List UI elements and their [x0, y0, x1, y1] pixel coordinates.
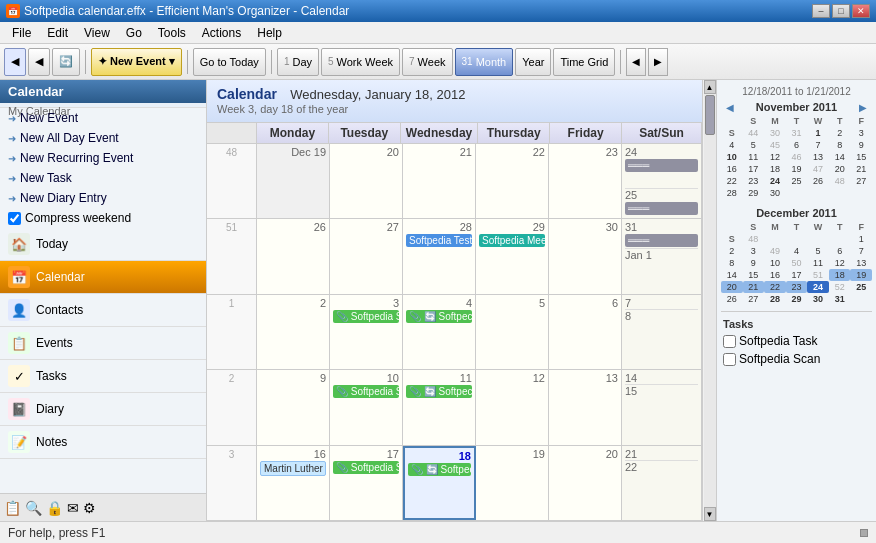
menu-actions[interactable]: Actions	[194, 24, 249, 42]
cell-jan10[interactable]: 10 📎 Softpedia S	[330, 370, 403, 444]
year-button[interactable]: Year	[515, 48, 551, 76]
event-softpedia-meet[interactable]: Softpedia Meet	[479, 234, 545, 247]
sidebar-item-new-diary[interactable]: ➜ New Diary Entry	[0, 188, 206, 208]
scroll-up[interactable]: ▲	[704, 80, 716, 94]
month-button[interactable]: 31 Month	[455, 48, 514, 76]
cell-jan4[interactable]: 4 📎 🔄 Softpec	[403, 295, 476, 369]
date-dec26: 26	[260, 221, 326, 233]
cell-dec31-jan1[interactable]: 31 ═══ Jan 1	[622, 219, 702, 293]
event-jan10[interactable]: 📎 Softpedia S	[333, 385, 399, 398]
event-dec31-1[interactable]: ═══	[625, 234, 698, 247]
sidebar-item-contacts[interactable]: 👤 Contacts	[0, 294, 206, 327]
menu-view[interactable]: View	[76, 24, 118, 42]
menu-file[interactable]: File	[4, 24, 39, 42]
cell-jan12[interactable]: 12	[476, 370, 549, 444]
event-jan17[interactable]: 📎 Softpedia S	[333, 461, 399, 474]
new-event-button[interactable]: ✦ New Event ▾	[91, 48, 182, 76]
cell-dec19[interactable]: Dec 19	[257, 144, 330, 218]
cell-jan13[interactable]: 13	[549, 370, 622, 444]
cell-jan6[interactable]: 6	[549, 295, 622, 369]
day-button[interactable]: 1 Day	[277, 48, 319, 76]
cell-dec22[interactable]: 22	[476, 144, 549, 218]
cell-jan14-15[interactable]: 14 15	[622, 370, 702, 444]
menu-help[interactable]: Help	[249, 24, 290, 42]
cell-dec30[interactable]: 30	[549, 219, 622, 293]
cell-dec21[interactable]: 21	[403, 144, 476, 218]
sidebar-item-new-recurring[interactable]: ➜ New Recurring Event	[0, 148, 206, 168]
forward-button[interactable]: ◀	[28, 48, 50, 76]
task-item-2[interactable]: Softpedia Scan	[721, 350, 872, 368]
refresh-button[interactable]: 🔄	[52, 48, 80, 76]
cell-jan21-22[interactable]: 21 22	[622, 446, 702, 520]
back-button[interactable]: ◀	[4, 48, 26, 76]
scroll-down[interactable]: ▼	[704, 507, 716, 521]
event-dec25-1[interactable]: ═══	[625, 202, 698, 215]
cell-dec27[interactable]: 27	[330, 219, 403, 293]
cell-jan17[interactable]: 17 📎 Softpedia S	[330, 446, 403, 520]
menu-go[interactable]: Go	[118, 24, 150, 42]
week-button[interactable]: 7 Week	[402, 48, 452, 76]
sidebar-tool-2[interactable]: 🔍	[25, 500, 42, 516]
cell-jan7-8[interactable]: 7 8	[622, 295, 702, 369]
sidebar-tool-3[interactable]: 🔒	[46, 500, 63, 516]
cell-jan2[interactable]: 2	[257, 295, 330, 369]
go-to-today-button[interactable]: Go to Today	[193, 48, 266, 76]
event-jan4[interactable]: 📎 🔄 Softpec	[406, 310, 472, 323]
cell-dec26[interactable]: 26	[257, 219, 330, 293]
sidebar-item-events[interactable]: 📋 Events	[0, 327, 206, 360]
sidebar-item-new-task[interactable]: ➜ New Task	[0, 168, 206, 188]
sidebar-item-new-all-day[interactable]: ➜ New All Day Event	[0, 128, 206, 148]
event-dec24-1[interactable]: ═══	[625, 159, 698, 172]
task-item-1[interactable]: Softpedia Task	[721, 332, 872, 350]
event-jan11[interactable]: 📎 🔄 Softpec	[406, 385, 472, 398]
sidebar-item-today[interactable]: 🏠 Today	[0, 228, 206, 261]
menu-tools[interactable]: Tools	[150, 24, 194, 42]
mini-cal-prev[interactable]: ◀	[723, 102, 737, 113]
cell-jan16[interactable]: 16 Martin Luther K	[257, 446, 330, 520]
menu-edit[interactable]: Edit	[39, 24, 76, 42]
separator-2	[187, 50, 188, 74]
cell-jan19[interactable]: 19	[476, 446, 549, 520]
task-checkbox-2[interactable]	[723, 353, 736, 366]
cell-jan3[interactable]: 3 📎 Softpedia S	[330, 295, 403, 369]
cell-jan9[interactable]: 9	[257, 370, 330, 444]
sidebar-item-calendar[interactable]: 📅 Calendar	[0, 261, 206, 294]
nav-prev-button[interactable]: ◀	[626, 48, 646, 76]
cell-jan20[interactable]: 20	[549, 446, 622, 520]
today-label: Today	[36, 237, 68, 251]
resize-handle[interactable]	[860, 529, 868, 537]
event-jan3[interactable]: 📎 Softpedia S	[333, 310, 399, 323]
right-panel: 12/18/2011 to 1/21/2012 ◀ November 2011 …	[716, 80, 876, 521]
event-martin-luther[interactable]: Martin Luther K	[260, 461, 326, 476]
cell-jan11[interactable]: 11 📎 🔄 Softpec	[403, 370, 476, 444]
cell-dec28[interactable]: 28 Softpedia Test	[403, 219, 476, 293]
sidebar-item-new-event[interactable]: ➜ New Event	[0, 108, 206, 128]
cell-dec20[interactable]: 20	[330, 144, 403, 218]
work-week-button[interactable]: 5 Work Week	[321, 48, 400, 76]
task-checkbox-1[interactable]	[723, 335, 736, 348]
sidebar-item-diary[interactable]: 📓 Diary	[0, 393, 206, 426]
sidebar-item-notes[interactable]: 📝 Notes	[0, 426, 206, 459]
cell-jan5[interactable]: 5	[476, 295, 549, 369]
sidebar-item-tasks[interactable]: ✓ Tasks	[0, 360, 206, 393]
sidebar-tool-1[interactable]: 📋	[4, 500, 21, 516]
main-scrollbar[interactable]: ▲ ▼	[702, 80, 716, 521]
main-layout: Calendar My Calendar ➜ New Event ➜ New A…	[0, 80, 876, 521]
minimize-button[interactable]: –	[812, 4, 830, 18]
close-button[interactable]: ✕	[852, 4, 870, 18]
event-jan18[interactable]: 📎 🔄 Softpec	[408, 463, 471, 476]
time-grid-button[interactable]: Time Grid	[553, 48, 615, 76]
sidebar-tool-5[interactable]: ⚙	[83, 500, 96, 516]
compress-weekend-checkbox[interactable]	[8, 212, 21, 225]
maximize-button[interactable]: □	[832, 4, 850, 18]
nav-next-button[interactable]: ▶	[648, 48, 668, 76]
cell-jan18-today[interactable]: 18 📎 🔄 Softpec	[403, 446, 476, 520]
compress-weekend[interactable]: Compress weekend	[0, 208, 206, 228]
mini-cal-next[interactable]: ▶	[856, 102, 870, 113]
sidebar-tool-4[interactable]: ✉	[67, 500, 79, 516]
cell-dec29[interactable]: 29 Softpedia Meet	[476, 219, 549, 293]
scroll-thumb[interactable]	[705, 95, 715, 135]
cell-dec24-25[interactable]: 24 ═══ 25 ═══	[622, 144, 702, 218]
cell-dec23[interactable]: 23	[549, 144, 622, 218]
event-softpedia-test[interactable]: Softpedia Test	[406, 234, 472, 247]
